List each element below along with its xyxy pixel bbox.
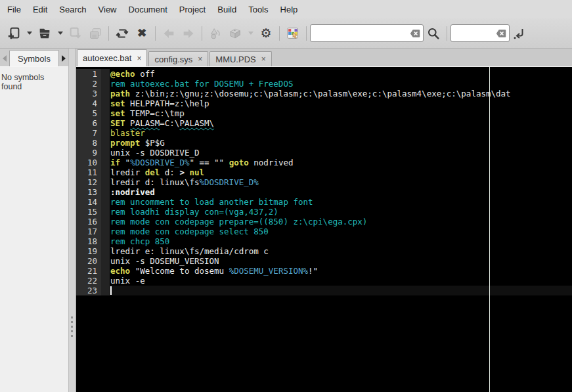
code-line[interactable]: 19lredir e: linux\fs/media/cdrom c [76,246,572,256]
fold-margin [101,118,110,128]
tab-close-icon[interactable]: × [198,55,202,63]
code-text[interactable] [110,286,572,295]
code-text[interactable]: rem mode con codepage prepare=((850) z:\… [110,217,572,227]
tab-symbols[interactable]: Symbols [9,50,59,66]
compile-button[interactable] [206,22,225,45]
code-area[interactable]: 1@echo off2rem autoexec.bat for DOSEMU +… [76,67,572,295]
new-button[interactable] [4,22,24,45]
build-menu-button[interactable] [245,22,256,45]
code-text[interactable]: rem mode con codepage select 850 [110,227,572,236]
back-button[interactable] [159,22,179,45]
revert-button[interactable] [112,22,132,45]
code-line[interactable]: 2rem autoexec.bat for DOSEMU + FreeDOS [76,79,572,89]
code-text[interactable]: @echo off [110,69,572,79]
code-line[interactable]: 17rem mode con codepage select 850 [76,227,572,236]
sidebar-scroll-left-button[interactable] [0,51,9,66]
menu-search[interactable]: Search [53,1,92,18]
code-text[interactable]: path z:\bin;z:\gnu;z:\dosemu;c:\palasm;c… [110,89,572,98]
save-all-button[interactable] [85,22,105,45]
code-line[interactable]: 18rem chcp 850 [76,236,572,246]
code-text[interactable]: rem uncomment to load another bitmap fon… [110,197,572,207]
code-line[interactable]: 8prompt $P$G [76,138,572,148]
code-text[interactable]: prompt $P$G [110,138,572,148]
code-text[interactable]: rem chcp 850 [110,236,572,246]
tab-label: config.sys [154,54,192,64]
sidebar: Symbols No symbols found [0,49,68,392]
tab-close-icon[interactable]: × [261,55,266,63]
code-line[interactable]: 7blaster [76,128,572,138]
code-text[interactable]: :nodrived [110,187,572,197]
code-line[interactable]: 20unix -s DOSEMU_VERSION [76,256,572,266]
code-line[interactable]: 11lredir del d: > nul [76,167,572,177]
close-document-button[interactable]: ✖ [132,22,152,45]
color-chooser-button[interactable] [283,22,303,45]
new-menu-button[interactable] [24,22,35,45]
code-line[interactable]: 22unix -e [76,276,572,286]
tab-MMU.PDS[interactable]: MMU.PDS× [209,51,271,66]
sidebar-scroll-right-button[interactable] [59,51,68,66]
clear-input-icon[interactable] [496,29,506,38]
code-text[interactable]: unix -s DOSEMU_VERSION [110,256,572,266]
code-line[interactable]: 15rem loadhi display con=(vga,437,2) [76,207,572,217]
tab-config.sys[interactable]: config.sys× [148,51,208,66]
menu-project[interactable]: Project [173,1,211,18]
goto-line-input[interactable] [454,28,496,39]
code-text[interactable]: if "%DOSDRIVE_D%" == "" goto nodrived [110,158,572,167]
code-line[interactable]: 16rem mode con codepage prepare=((850) z… [76,217,572,227]
open-button[interactable] [35,22,55,45]
menu-document[interactable]: Document [123,1,173,18]
code-line[interactable]: 23 [76,286,572,295]
menu-edit[interactable]: Edit [27,1,53,18]
code-text[interactable]: lredir e: linux\fs/media/cdrom c [110,246,572,256]
menu-tools[interactable]: Tools [242,1,274,18]
line-number: 16 [76,217,101,227]
code-text[interactable]: unix -e [110,276,572,286]
tab-close-icon[interactable]: × [137,54,141,62]
line-number: 7 [76,128,101,138]
code-text[interactable]: echo "Welcome to dosemu %DOSEMU_VERSION%… [110,266,572,276]
forward-button[interactable] [179,22,198,45]
menu-view[interactable]: View [93,1,123,18]
editor[interactable]: 1@echo off2rem autoexec.bat for DOSEMU +… [76,67,572,392]
search-button[interactable] [424,22,443,45]
save-button[interactable] [66,22,85,45]
goto-line-entry[interactable] [451,24,510,42]
open-menu-button[interactable] [55,22,66,45]
code-text[interactable]: rem loadhi display con=(vga,437,2) [110,207,572,217]
code-line[interactable]: 4set HELPPATH=z:\help [76,98,572,108]
build-button[interactable] [225,22,245,45]
code-line[interactable]: 1@echo off [76,69,572,79]
code-text[interactable]: set HELPPATH=z:\help [110,98,572,108]
code-line[interactable]: 3path z:\bin;z:\gnu;z:\dosemu;c:\palasm;… [76,89,572,98]
menu-help[interactable]: Help [275,1,304,18]
code-text[interactable]: blaster [110,128,572,138]
code-text[interactable]: lredir del d: > nul [110,167,572,177]
code-line[interactable]: 13:nodrived [76,187,572,197]
code-text[interactable]: unix -s DOSDRIVE_D [110,148,572,158]
editor-pane: autoexec.bat×config.sys×MMU.PDS× 1@echo … [76,49,572,392]
pane-splitter[interactable] [68,49,76,392]
search-input[interactable] [313,28,410,39]
code-line[interactable]: 5set TEMP=c:\tmp [76,108,572,118]
save-icon [68,26,83,41]
code-line[interactable]: 9unix -s DOSDRIVE_D [76,148,572,158]
gear-icon: ⚙ [260,27,271,39]
code-text[interactable]: SET PALASM=C:\PALASM\ [110,118,572,128]
tab-autoexec.bat[interactable]: autoexec.bat× [77,49,147,66]
code-text[interactable]: set TEMP=c:\tmp [110,108,572,118]
menu-file[interactable]: File [1,1,27,18]
fold-margin [101,98,110,108]
execute-button[interactable]: ⚙ [256,22,276,45]
goto-line-button[interactable] [510,22,529,45]
code-line[interactable]: 14rem uncomment to load another bitmap f… [76,197,572,207]
code-line[interactable]: 12lredir d: linux\fs%DOSDRIVE_D% [76,177,572,187]
menu-build[interactable]: Build [211,1,242,18]
code-text[interactable]: rem autoexec.bat for DOSEMU + FreeDOS [110,79,572,89]
search-entry[interactable] [310,24,424,42]
code-line[interactable]: 6SET PALASM=C:\PALASM\ [76,118,572,128]
clear-input-icon[interactable] [410,29,420,38]
code-text[interactable]: lredir d: linux\fs%DOSDRIVE_D% [110,177,572,187]
code-line[interactable]: 10if "%DOSDRIVE_D%" == "" goto nodrived [76,158,572,167]
code-line[interactable]: 21echo "Welcome to dosemu %DOSEMU_VERSIO… [76,266,572,276]
triangle-right-icon [62,55,66,62]
